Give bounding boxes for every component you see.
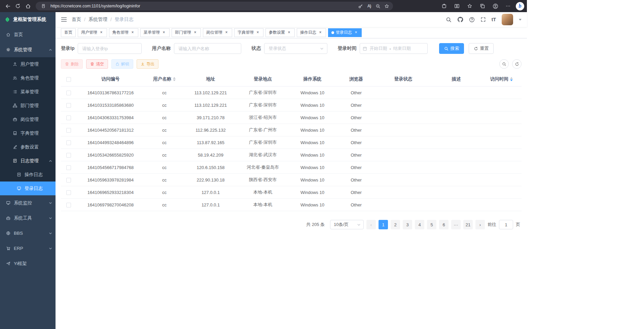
search-button[interactable]: 搜索 (439, 43, 464, 54)
tab-menu-management[interactable]: 菜单管理× (140, 28, 170, 37)
page-button-2[interactable]: 2 (391, 220, 400, 229)
sidebar-item-role-management[interactable]: 角色管理 (0, 71, 56, 85)
tab-close-icon[interactable]: × (318, 30, 323, 35)
tab-home[interactable]: 首页 (61, 28, 76, 37)
page-button-3[interactable]: 3 (403, 220, 412, 229)
sidebar-item-post-management[interactable]: 岗位管理 (0, 112, 56, 126)
sort-icon[interactable] (173, 76, 176, 83)
avatar-caret-icon[interactable] (519, 19, 522, 22)
sidebar-item-log-management[interactable]: 日志管理 (0, 154, 56, 168)
page-button-5[interactable]: 5 (427, 220, 436, 229)
page-button-last[interactable]: 21 (463, 220, 473, 229)
unlock-button[interactable]: 解锁 (111, 59, 133, 69)
username-input[interactable] (174, 43, 241, 54)
sidebar-item-login-log[interactable]: 登录日志 (0, 182, 56, 195)
sidebar-item-dict-management[interactable]: 字典管理 (0, 126, 56, 140)
profile-icon[interactable] (490, 1, 500, 11)
tab-close-icon[interactable]: × (354, 30, 358, 35)
app-logo[interactable]: 意框架管理系统 (0, 12, 56, 27)
tab-param-settings[interactable]: 参数设置× (265, 28, 295, 37)
settings-menu-icon[interactable] (503, 1, 513, 11)
reset-button[interactable]: 重置 (469, 43, 494, 54)
sidebar-item-system-management[interactable]: 系统管理 (0, 42, 56, 57)
sidebar-collapse-icon[interactable] (61, 17, 67, 22)
zoom-out-icon[interactable] (373, 2, 382, 10)
page-button-4[interactable]: 4 (415, 220, 424, 229)
status-select[interactable]: 登录状态 (264, 43, 327, 54)
sort-icon[interactable] (510, 76, 513, 83)
tab-dict-management[interactable]: 字典管理× (234, 28, 263, 37)
row-checkbox[interactable] (66, 178, 71, 183)
tab-post-management[interactable]: 岗位管理× (203, 28, 232, 37)
site-info-icon[interactable] (39, 2, 48, 10)
text-size-icon[interactable]: tT (492, 17, 496, 22)
split-screen-icon[interactable] (452, 1, 462, 11)
row-checkbox[interactable] (66, 203, 71, 207)
tab-close-icon[interactable]: × (224, 30, 229, 35)
sidebar-item-menu-management[interactable]: 菜单管理 (0, 85, 56, 99)
tab-close-icon[interactable]: × (193, 30, 198, 35)
user-avatar[interactable] (502, 14, 513, 25)
row-checkbox[interactable] (66, 190, 71, 195)
row-checkbox[interactable] (66, 165, 71, 170)
tab-close-icon[interactable]: × (130, 30, 135, 35)
breadcrumb-home[interactable]: 首页 (72, 17, 81, 23)
goto-page-input[interactable] (499, 220, 513, 229)
tab-login-log[interactable]: 登录日志× (328, 28, 362, 37)
tab-close-icon[interactable]: × (255, 30, 260, 35)
page-size-select[interactable]: 10条/页 (330, 220, 364, 229)
tab-close-icon[interactable]: × (287, 30, 291, 35)
tab-dept-management[interactable]: 部门管理× (172, 28, 201, 37)
sidebar-item-home[interactable]: 首页 (0, 27, 56, 42)
login-ip-input[interactable] (78, 43, 142, 54)
password-key-icon[interactable] (356, 2, 365, 10)
clear-button[interactable]: 清空 (86, 59, 108, 69)
row-checkbox[interactable] (66, 103, 71, 108)
header-search-icon[interactable] (446, 17, 452, 23)
row-checkbox[interactable] (66, 128, 71, 133)
favorites-icon[interactable] (465, 1, 475, 11)
tab-operation-log[interactable]: 操作日志× (297, 28, 326, 37)
home-icon[interactable] (23, 1, 33, 11)
sidebar-item-erp[interactable]: ERP (0, 241, 56, 256)
col-username[interactable]: 用户名称 (145, 72, 184, 87)
row-checkbox[interactable] (66, 140, 71, 145)
github-icon[interactable] (457, 17, 463, 23)
tab-user-management[interactable]: 用户管理× (78, 28, 107, 37)
date-range-picker[interactable]: 开始日期 - 结束日期 (360, 43, 428, 54)
add-favorite-icon[interactable] (382, 2, 391, 10)
delete-button[interactable]: 删除 (61, 59, 83, 69)
sidebar-item-bbs[interactable]: BBS (0, 226, 56, 241)
sidebar-item-system-monitor[interactable]: 系统监控 (0, 195, 56, 210)
sidebar-item-operation-log[interactable]: 操作日志 (0, 168, 56, 182)
breadcrumb-system[interactable]: 系统管理 (88, 17, 107, 23)
export-button[interactable]: 导出 (137, 59, 158, 69)
sidebar-item-param-settings[interactable]: 参数设置 (0, 140, 56, 154)
sidebar-item-user-management[interactable]: 用户管理 (0, 57, 56, 71)
tab-close-icon[interactable]: × (99, 30, 104, 35)
address-bar[interactable]: https://ccnetcore.com:1101/system/log/lo… (36, 2, 393, 10)
sidebar-item-dept-management[interactable]: 部门管理 (0, 99, 56, 112)
refresh-table-button[interactable] (512, 59, 522, 69)
prev-page-button[interactable]: ‹ (366, 220, 376, 229)
refresh-icon[interactable] (13, 1, 23, 11)
next-page-button[interactable]: › (475, 220, 485, 229)
back-icon[interactable] (3, 1, 13, 11)
help-icon[interactable] (469, 17, 475, 23)
tab-close-icon[interactable]: × (162, 30, 166, 35)
toggle-search-button[interactable] (499, 59, 509, 69)
sidebar-item-system-tools[interactable]: 系统工具 (0, 210, 56, 226)
tab-role-management[interactable]: 角色管理× (109, 28, 138, 37)
sidebar-item-yi-framework[interactable]: Yi框架 (0, 256, 56, 271)
row-checkbox[interactable] (66, 91, 71, 95)
row-checkbox[interactable] (66, 153, 71, 158)
select-all-checkbox[interactable] (66, 77, 71, 82)
page-button-1[interactable]: 1 (379, 220, 388, 229)
col-access-time[interactable]: 访问时间 (481, 72, 522, 87)
more-pages-button[interactable]: ··· (451, 220, 461, 229)
row-checkbox[interactable] (66, 116, 71, 120)
collections-icon[interactable] (477, 1, 488, 11)
read-aloud-icon[interactable]: A) (365, 2, 373, 10)
extensions-icon[interactable] (439, 1, 449, 11)
fullscreen-icon[interactable] (480, 17, 486, 22)
